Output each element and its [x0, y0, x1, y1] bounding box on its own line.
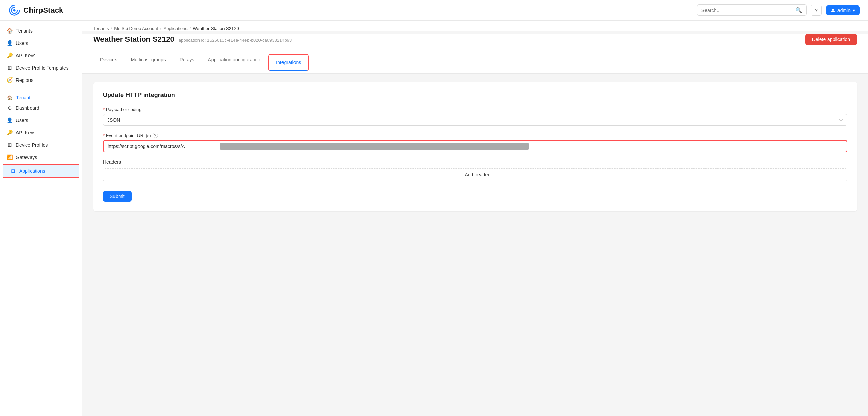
apps-icon: ⊞ [10, 168, 16, 174]
sidebar-item-device-profile-templates[interactable]: ⊞ Device Profile Templates [0, 62, 82, 74]
payload-encoding-group: * Payload encoding JSON PROTOBUF [103, 107, 847, 126]
home-blue-icon: 🏠 [7, 95, 13, 100]
user-icon: 👤 [7, 40, 12, 46]
dashboard-icon: ⊙ [7, 105, 12, 111]
sidebar-item-applications-wrapper: ⊞ Applications [3, 164, 79, 178]
tab-relays[interactable]: Relays [173, 52, 201, 73]
svg-point-1 [832, 8, 834, 10]
key-icon-2: 🔑 [7, 130, 12, 135]
tab-integrations-wrapper: Integrations [268, 54, 309, 71]
sidebar-item-dashboard[interactable]: ⊙ Dashboard [0, 102, 82, 114]
breadcrumb: Tenants / MetSci Demo Account / Applicat… [93, 26, 857, 31]
tab-integrations[interactable]: Integrations [269, 55, 308, 71]
help-button[interactable]: ? [811, 5, 822, 16]
grid-icon: ⊞ [7, 65, 12, 71]
page-title-area: Weather Station S2120 application id: 16… [93, 35, 292, 44]
app-id: application id: 1625610c-e14a-44eb-b020-… [179, 38, 292, 43]
user-icon [831, 8, 835, 13]
payload-label: * Payload encoding [103, 107, 847, 112]
headers-label: Headers [103, 159, 847, 165]
breadcrumb-applications[interactable]: Applications [164, 26, 188, 31]
sidebar-divider [0, 89, 82, 89]
breadcrumb-current: Weather Station S2120 [193, 26, 239, 31]
header-right: 🔍 ? admin ▾ [697, 4, 860, 16]
payload-required: * [103, 107, 105, 112]
app-title: ChirpStack [23, 6, 63, 15]
sidebar-item-applications[interactable]: ⊞ Applications [3, 165, 79, 177]
search-bar[interactable]: 🔍 [697, 4, 807, 16]
sidebar-item-regions[interactable]: 🧭 Regions [0, 74, 82, 86]
endpoint-url-input[interactable] [104, 141, 220, 152]
sidebar-item-tenants[interactable]: 🏠 Tenants [0, 25, 82, 37]
logo-area: ChirpStack [8, 4, 63, 16]
endpoint-help-icon[interactable]: ? [153, 133, 158, 138]
delete-application-button[interactable]: Delete application [805, 34, 857, 45]
chirpstack-logo-icon [8, 4, 21, 16]
sidebar-item-api-keys[interactable]: 🔑 API Keys [0, 49, 82, 62]
tabs-container: Devices Multicast groups Relays Applicat… [82, 52, 868, 74]
sidebar: 🏠 Tenants 👤 Users 🔑 API Keys ⊞ Device Pr… [0, 21, 82, 416]
form-card: Update HTTP integration * Payload encodi… [93, 82, 857, 211]
grid-icon-2: ⊞ [7, 142, 12, 148]
search-icon[interactable]: 🔍 [795, 7, 802, 13]
layout: 🏠 Tenants 👤 Users 🔑 API Keys ⊞ Device Pr… [0, 21, 868, 416]
add-header-button[interactable]: + Add header [103, 168, 847, 181]
sidebar-item-users[interactable]: 👤 Users [0, 37, 82, 49]
page-title: Weather Station S2120 [93, 35, 174, 44]
chevron-down-icon: ▾ [853, 8, 855, 13]
endpoint-url-group: * Event endpoint URL(s) ? [103, 133, 847, 152]
svg-point-0 [13, 9, 15, 11]
tabs: Devices Multicast groups Relays Applicat… [93, 52, 857, 73]
sidebar-item-tenant-users[interactable]: 👤 Users [0, 114, 82, 126]
payload-encoding-select[interactable]: JSON PROTOBUF [103, 114, 847, 126]
endpoint-label: * Event endpoint URL(s) ? [103, 133, 847, 138]
form-title: Update HTTP integration [103, 91, 847, 99]
breadcrumb-sep-2: / [160, 26, 161, 31]
submit-button[interactable]: Submit [103, 191, 132, 202]
sidebar-item-tenant-api-keys[interactable]: 🔑 API Keys [0, 126, 82, 139]
key-icon: 🔑 [7, 53, 12, 58]
tab-app-config[interactable]: Application configuration [201, 52, 267, 73]
search-input[interactable] [701, 8, 793, 13]
top-header: ChirpStack 🔍 ? admin ▾ [0, 0, 868, 21]
url-mask [220, 143, 529, 150]
tenant-section-header[interactable]: 🏠 Tenant [0, 92, 82, 102]
home-icon: 🏠 [7, 28, 12, 34]
breadcrumb-metsci[interactable]: MetSci Demo Account [114, 26, 158, 31]
tab-multicast-groups[interactable]: Multicast groups [124, 52, 173, 73]
main-content: Tenants / MetSci Demo Account / Applicat… [82, 21, 868, 416]
breadcrumb-tenants[interactable]: Tenants [93, 26, 109, 31]
breadcrumb-sep-1: / [111, 26, 112, 31]
compass-icon: 🧭 [7, 77, 12, 83]
headers-group: Headers + Add header [103, 159, 847, 181]
admin-button[interactable]: admin ▾ [826, 5, 860, 15]
user-icon-2: 👤 [7, 118, 12, 123]
endpoint-required: * [103, 133, 105, 138]
sidebar-item-gateways[interactable]: 📶 Gateways [0, 151, 82, 163]
wifi-icon: 📶 [7, 155, 12, 160]
breadcrumb-area: Tenants / MetSci Demo Account / Applicat… [82, 21, 868, 31]
tab-devices[interactable]: Devices [93, 52, 124, 73]
page-header: Weather Station S2120 application id: 16… [82, 34, 868, 52]
breadcrumb-sep-3: / [190, 26, 191, 31]
sidebar-item-device-profiles[interactable]: ⊞ Device Profiles [0, 139, 82, 151]
endpoint-url-input-wrapper [103, 140, 847, 152]
